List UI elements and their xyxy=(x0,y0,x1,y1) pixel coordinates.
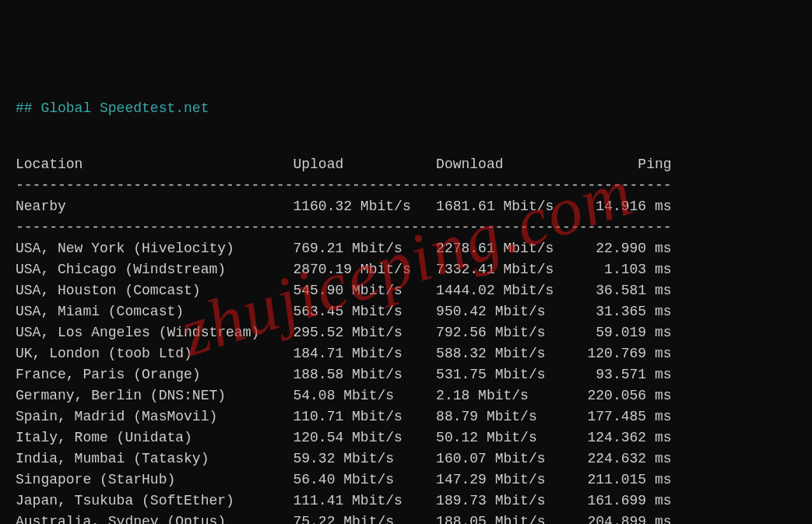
table-row: USA, Los Angeles (Windstream) 295.52 Mbi… xyxy=(16,322,796,343)
terminal-title: ## Global Speedtest.net xyxy=(16,98,796,119)
table-row: India, Mumbai (Tatasky) 59.32 Mbit/s 160… xyxy=(16,448,796,469)
table-row: Singapore (StarHub) 56.40 Mbit/s 147.29 … xyxy=(16,469,796,491)
table-row: USA, Houston (Comcast) 545.90 Mbit/s 144… xyxy=(16,280,796,301)
table-row: Germany, Berlin (DNS:NET) 54.08 Mbit/s 2… xyxy=(16,385,796,406)
table-row: France, Paris (Orange) 188.58 Mbit/s 531… xyxy=(16,364,796,385)
table-row: Italy, Rome (Unidata) 120.54 Mbit/s 50.1… xyxy=(16,427,796,448)
table-row: Spain, Madrid (MasMovil) 110.71 Mbit/s 8… xyxy=(16,406,796,427)
table-row: USA, Miami (Comcast) 563.45 Mbit/s 950.4… xyxy=(16,301,796,322)
table-row: USA, New York (Hivelocity) 769.21 Mbit/s… xyxy=(16,238,796,259)
table-row: UK, London (toob Ltd) 184.71 Mbit/s 588.… xyxy=(16,343,796,364)
table-row: ----------------------------------------… xyxy=(16,217,796,238)
terminal-output: Location Upload Download Ping-----------… xyxy=(16,154,796,524)
table-row: Japan, Tsukuba (SoftEther) 111.41 Mbit/s… xyxy=(16,491,796,512)
table-row: Nearby 1160.32 Mbit/s 1681.61 Mbit/s 14.… xyxy=(16,196,796,217)
table-row: ----------------------------------------… xyxy=(16,175,796,196)
table-row: Location Upload Download Ping xyxy=(16,154,796,175)
table-row: Australia, Sydney (Optus) 75.22 Mbit/s 1… xyxy=(16,512,796,524)
table-row: USA, Chicago (Windstream) 2870.19 Mbit/s… xyxy=(16,259,796,280)
